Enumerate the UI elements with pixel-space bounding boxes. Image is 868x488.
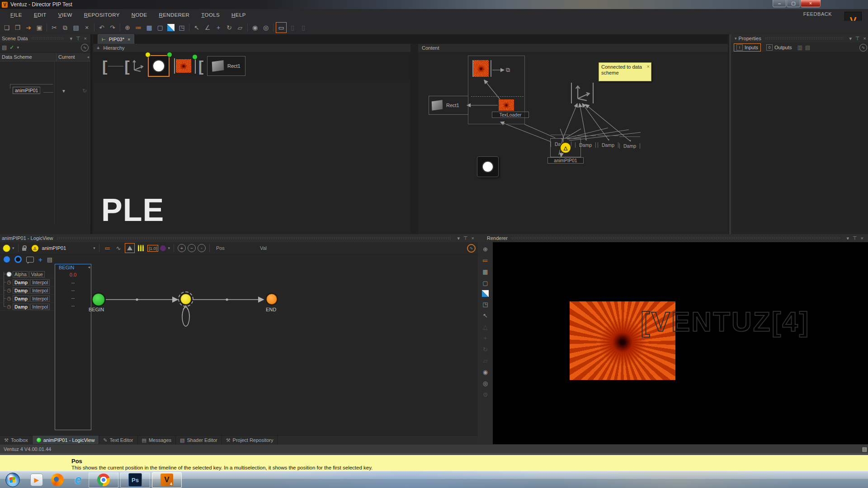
collapse-icon[interactable]: ◂ (88, 265, 90, 270)
drag-handle[interactable] (57, 237, 452, 239)
end-keyframe[interactable] (266, 294, 277, 305)
toolbar-icon[interactable]: ◎ (261, 23, 271, 33)
chevron-down-icon[interactable]: ▾ (93, 246, 95, 250)
damp-node[interactable]: ◔ Damp (598, 136, 618, 148)
renderer-tool-icon[interactable]: + (481, 334, 490, 342)
toolbar-icon[interactable]: ❏ (2, 23, 12, 33)
menu-item[interactable]: REPOSITORY (78, 12, 126, 18)
zoom-out-icon[interactable]: − (188, 244, 196, 252)
chevron-down-icon[interactable]: ▾ (17, 45, 19, 50)
close-icon[interactable]: × (859, 235, 865, 241)
track-row[interactable]: ◷ Damp Interpol (0, 286, 54, 295)
texloader-label[interactable]: TexLoader (492, 112, 529, 118)
close-icon[interactable]: × (82, 36, 89, 41)
taskbar-item-ventuz[interactable]: V4 (152, 472, 182, 488)
axis-node[interactable] (571, 83, 594, 103)
texture-target-icon[interactable]: ⧉ (506, 66, 510, 74)
sticky-note[interactable]: Connected to data scheme × (599, 62, 651, 81)
renderer-tool-icon[interactable]: ◉ (481, 368, 490, 376)
toolbar-icon[interactable]: ▣ (34, 23, 44, 33)
animation-state-icon[interactable] (3, 244, 10, 252)
keyframe-pins-icon[interactable] (137, 245, 146, 251)
animpip01-node[interactable]: △ (550, 138, 581, 157)
toolbar-icon[interactable] (120, 23, 120, 32)
note-close-icon[interactable]: × (647, 64, 650, 70)
range-mode-icon[interactable]: [1.0] (147, 245, 159, 252)
toolbar-icon[interactable]: × (82, 23, 92, 33)
toolbar-icon[interactable] (94, 23, 94, 32)
toolbar-icon[interactable]: ▢ (155, 23, 165, 33)
inputs-toggle[interactable]: I Inputs (734, 43, 761, 52)
toolbar-icon[interactable]: ▯ (288, 23, 297, 33)
animation-selector[interactable]: animPIP01 (42, 245, 66, 251)
menu-item[interactable]: VIEW (52, 12, 78, 18)
scheme-doc-icon[interactable]: ▤ (2, 44, 7, 51)
toolbar-icon[interactable]: ↷ (108, 23, 118, 33)
channel-color-icon[interactable] (160, 245, 166, 251)
track-row[interactable]: ◷ Damp Interpol (0, 278, 54, 286)
renderer-tool-icon[interactable]: ◳ (481, 300, 490, 308)
current-value-dropdown[interactable]: ▼ (61, 89, 66, 94)
toolbar-icon[interactable]: ➔ (24, 23, 33, 33)
split-view-icon[interactable]: ▥ (797, 44, 802, 51)
chevron-down-icon[interactable]: ▾ (68, 36, 74, 42)
texloader-thumbnail[interactable] (499, 99, 514, 111)
renderer-tool-icon[interactable]: ↖ (481, 311, 490, 319)
close-button[interactable]: × (801, 0, 821, 7)
toolbar-icon[interactable]: ⊕ (123, 23, 132, 33)
key-value[interactable]: -- (55, 302, 91, 310)
close-icon[interactable]: × (470, 235, 476, 241)
damp-node[interactable]: ◔ Damp (619, 136, 640, 149)
rect1-node[interactable]: Rect1 (207, 56, 245, 76)
bottom-tab[interactable]: animPIP01 - LogicView (33, 436, 99, 445)
menu-item[interactable]: HELP (226, 12, 252, 18)
toolbar-icon[interactable]: ▦ (144, 23, 154, 33)
begin-column[interactable]: BEGIN ◂ 0.0-------- (55, 264, 91, 430)
add-node-icon[interactable]: + (97, 45, 99, 51)
renderer-tool-icon[interactable]: ⊕ (481, 245, 490, 253)
toolbar-icon[interactable] (167, 24, 175, 31)
maximize-button[interactable]: ▢ (787, 0, 800, 7)
chevron-down-icon[interactable]: ▾ (844, 235, 851, 241)
toolbar-icon[interactable] (247, 23, 248, 32)
toolbar-icon[interactable] (47, 23, 47, 32)
toolbar-icon[interactable]: ↖ (192, 23, 202, 33)
track-row[interactable]: ◷ Alpha Value (0, 270, 54, 278)
renderer-tool-icon[interactable]: △ (481, 323, 490, 331)
scene-data-item-animpip01[interactable]: animPIP01 (13, 88, 40, 93)
zoom-in-icon[interactable]: + (178, 244, 186, 252)
key-value[interactable]: -- (55, 294, 91, 302)
animpip01-label[interactable]: animPIP01 (547, 157, 584, 164)
val-field-label[interactable]: Val (260, 245, 267, 251)
bottom-tab[interactable]: ⚒ Project Repository (222, 436, 278, 445)
axis-node-icon[interactable] (132, 59, 144, 73)
menu-item[interactable]: RENDERER (153, 12, 196, 18)
bottom-tab[interactable]: ✎ Text Editor (99, 436, 137, 445)
ring-icon[interactable] (14, 256, 22, 263)
toolbar-icon[interactable]: ✂ (49, 23, 59, 33)
pin-icon[interactable]: ⊤ (854, 36, 862, 42)
pin-icon[interactable]: ⊤ (74, 36, 82, 42)
record-icon[interactable] (4, 256, 10, 263)
document-icon[interactable]: ▤ (862, 446, 867, 452)
toolbar-icon[interactable]: ▭ (276, 22, 287, 33)
toolbar-icon[interactable]: ◳ (177, 23, 187, 33)
toolbar-icon[interactable]: ▯ (298, 23, 308, 33)
refresh-icon[interactable]: ↻ (82, 88, 87, 94)
toolbar-icon[interactable]: ↶ (97, 23, 107, 33)
close-icon[interactable]: × (862, 36, 868, 41)
renderer-tool-icon[interactable] (482, 290, 489, 297)
taskbar-item-photoshop[interactable]: Ps (120, 472, 150, 488)
chevron-down-icon[interactable]: ▾ (847, 36, 854, 42)
toolbar-icon[interactable]: ∠ (203, 23, 212, 33)
taskbar-item-firefox[interactable] (47, 472, 68, 488)
menu-item[interactable]: FILE (5, 12, 28, 18)
comment-icon[interactable] (26, 257, 34, 263)
chevron-down-icon[interactable]: ▾ (168, 246, 170, 250)
rect1-node[interactable]: Rect1 (429, 96, 468, 115)
toolbar-icon[interactable]: ⧉ (60, 23, 70, 33)
taskbar-item-internet-explorer[interactable]: e (68, 472, 89, 488)
key-value[interactable]: 0.0 (55, 271, 91, 279)
toolbar-icon[interactable]: ▤ (71, 23, 81, 33)
begin-keyframe[interactable] (92, 293, 105, 306)
